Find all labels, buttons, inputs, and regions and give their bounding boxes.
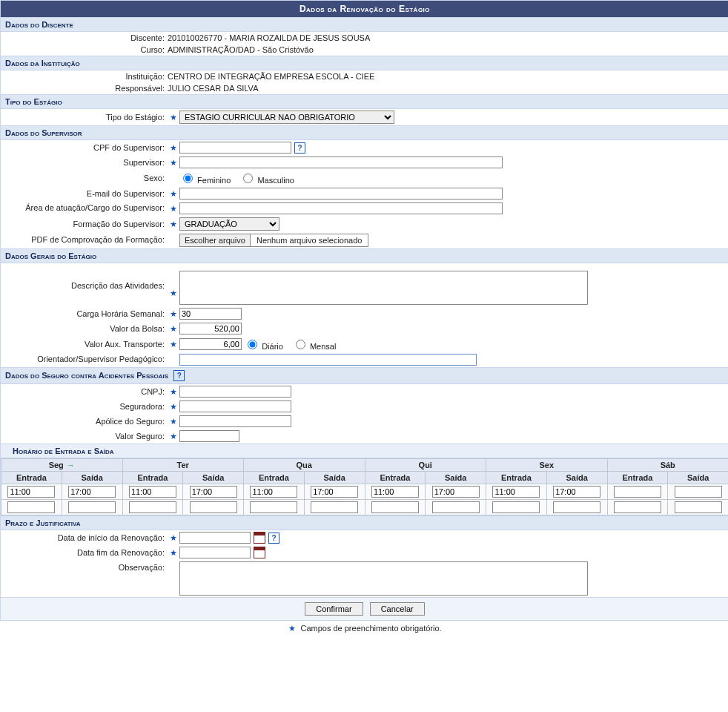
descricao-textarea[interactable] — [179, 271, 588, 305]
label-data-inicio: Data de início da Renovação: — [5, 533, 168, 542]
sexo-feminino-radio[interactable] — [183, 174, 193, 183]
required-star: ★ — [168, 324, 179, 334]
entrada-header: Entrada — [607, 472, 668, 484]
file-choose-button[interactable]: Escolher arquivo — [179, 234, 251, 247]
label-tipo: Tipo do Estágio: — [5, 113, 168, 122]
row-carga: Carga Horária Semanal: ★ — [1, 306, 728, 321]
orientador-input[interactable] — [179, 354, 477, 366]
data-inicio-input[interactable] — [179, 532, 251, 544]
seguradora-input[interactable] — [179, 400, 291, 412]
required-star: ★ — [168, 278, 179, 298]
time-input[interactable] — [311, 486, 358, 498]
schedule-cell — [304, 500, 365, 515]
help-icon[interactable]: ? — [173, 370, 185, 381]
time-input[interactable] — [371, 501, 419, 513]
sexo-masculino-label[interactable]: Masculino — [239, 171, 294, 185]
help-icon[interactable]: ? — [294, 142, 305, 154]
time-input[interactable] — [675, 486, 722, 498]
time-input[interactable] — [492, 501, 540, 513]
label-responsavel: Responsável: — [5, 84, 168, 93]
aux-diario-label[interactable]: Diário — [244, 337, 283, 351]
day-header: Ter — [122, 459, 244, 472]
time-input[interactable] — [190, 501, 237, 513]
help-icon[interactable]: ? — [268, 533, 279, 544]
row-email: E-mail do Supervisor: ★ — [1, 186, 728, 201]
row-observacao: Observação: ★ — [1, 560, 728, 597]
time-input[interactable] — [68, 486, 116, 498]
time-input[interactable] — [7, 486, 55, 498]
saida-header: Saída — [426, 472, 486, 484]
time-input[interactable] — [311, 501, 358, 513]
schedule-cell — [62, 500, 122, 515]
cancelar-button[interactable]: Cancelar — [370, 602, 425, 616]
calendar-icon[interactable] — [254, 532, 265, 544]
row-instituicao: Instituição: CENTRO DE INTEGRAÇÃO EMPRES… — [1, 70, 728, 82]
formacao-select[interactable]: GRADUAÇÃO — [179, 217, 279, 231]
observacao-textarea[interactable] — [179, 561, 588, 596]
row-discente: Discente: 201010026770 - MARIA ROZAILDA … — [1, 32, 728, 44]
row-apolice: Apólice do Seguro: ★ — [1, 414, 728, 429]
label-descricao: Descrição das Atividades: — [5, 271, 168, 290]
sexo-feminino-label[interactable]: Feminino — [179, 171, 231, 185]
form-container: Dados da Renovação do Estágio Dados do D… — [0, 0, 728, 621]
time-input[interactable] — [190, 486, 237, 498]
copy-arrow-icon[interactable]: → — [64, 461, 75, 469]
time-input[interactable] — [432, 486, 480, 498]
cpf-input[interactable] — [179, 142, 291, 154]
time-input[interactable] — [7, 501, 55, 513]
time-input[interactable] — [675, 501, 722, 513]
time-input[interactable] — [68, 501, 116, 513]
saida-header: Saída — [304, 472, 365, 484]
aux-diario-radio[interactable] — [248, 340, 257, 349]
aux-mensal-label[interactable]: Mensal — [292, 337, 337, 351]
schedule-cell — [668, 500, 728, 515]
section-instituicao: Dados da Instituição — [1, 56, 728, 70]
time-input[interactable] — [129, 501, 176, 513]
supervisor-input[interactable] — [179, 156, 503, 168]
aux-diario-text: Diário — [262, 342, 283, 351]
row-bolsa: Valor da Bolsa: ★ — [1, 321, 728, 336]
carga-input[interactable] — [179, 308, 242, 320]
confirmar-button[interactable]: Confirmar — [305, 602, 363, 616]
apolice-input[interactable] — [179, 415, 291, 427]
required-star: ★ — [168, 143, 179, 153]
time-input[interactable] — [614, 501, 661, 513]
valor-seguro-input[interactable] — [179, 430, 239, 442]
time-input[interactable] — [371, 486, 419, 498]
value-responsavel: JULIO CESAR DA SILVA — [168, 84, 724, 93]
label-cnpj: CNPJ: — [5, 387, 168, 396]
time-input[interactable] — [553, 486, 600, 498]
email-input[interactable] — [179, 188, 503, 200]
aux-input[interactable] — [179, 338, 242, 350]
section-prazo: Prazo e Justificativa — [1, 515, 728, 530]
schedule-cell — [426, 484, 486, 500]
time-input[interactable] — [614, 486, 661, 498]
time-input[interactable] — [492, 486, 540, 498]
row-cnpj: CNPJ: ★ — [1, 384, 728, 399]
section-seguro: Dados do Seguro contra Acidentes Pessoai… — [1, 367, 728, 384]
time-input[interactable] — [250, 486, 297, 498]
schedule-cell — [183, 500, 244, 515]
row-descricao: Descrição das Atividades: ★ — [1, 263, 728, 306]
schedule-row — [1, 500, 729, 515]
time-input[interactable] — [553, 501, 600, 513]
cnpj-input[interactable] — [179, 386, 291, 398]
time-input[interactable] — [432, 501, 480, 513]
time-input[interactable] — [250, 501, 297, 513]
tipo-select[interactable]: ESTAGIO CURRICULAR NAO OBRIGATORIO — [179, 111, 394, 124]
section-tipo: Tipo do Estágio — [1, 94, 728, 109]
data-fim-input[interactable] — [179, 547, 251, 558]
label-discente: Discente: — [5, 33, 168, 42]
section-supervisor: Dados do Supervisor — [1, 125, 728, 140]
calendar-icon[interactable] — [254, 547, 265, 558]
area-input[interactable] — [179, 202, 503, 214]
value-curso: ADMINISTRAÇÃO/DAD - São Cristóvão — [168, 45, 724, 54]
saida-header: Saída — [183, 472, 244, 484]
schedule-cell — [365, 484, 426, 500]
label-bolsa: Valor da Bolsa: — [5, 324, 168, 333]
aux-mensal-radio[interactable] — [296, 340, 305, 349]
time-input[interactable] — [129, 486, 176, 498]
sexo-masculino-radio[interactable] — [243, 174, 253, 183]
bolsa-input[interactable] — [179, 323, 242, 334]
label-orientador: Orientador/Supervisor Pedagógico: — [5, 355, 168, 364]
